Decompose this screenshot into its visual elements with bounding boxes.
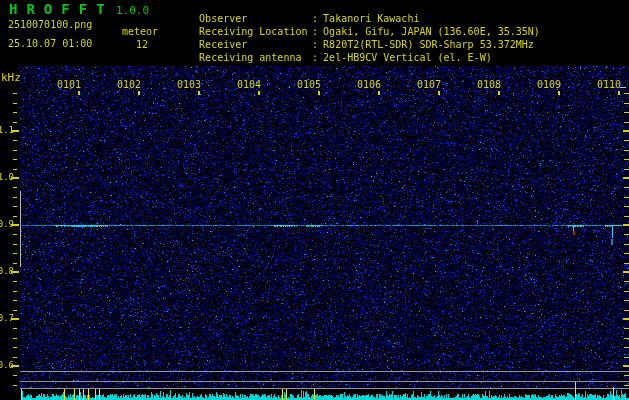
timestamp-label: 25.10.07 01:00 bbox=[8, 38, 92, 49]
app-version: 1.0.0 bbox=[116, 4, 149, 17]
freq-tick-label: 0.8 bbox=[0, 266, 14, 276]
app-title: HROFFT bbox=[9, 1, 114, 17]
freq-tick-label: 1.0 bbox=[0, 172, 14, 182]
info-value: 2el-HB9CV Vertical (el. E-W) bbox=[323, 52, 492, 63]
mode-label: meteor bbox=[122, 26, 158, 37]
time-tick-label: 0102 bbox=[114, 79, 144, 90]
freq-tick-label: 0.6 bbox=[0, 360, 14, 370]
hrofft-screenshot: HROFFT 1.0.0 2510070100.png meteor 25.10… bbox=[0, 0, 629, 400]
freq-axis-unit: kHz bbox=[1, 71, 21, 84]
time-tick-label: 0107 bbox=[414, 79, 444, 90]
time-tick-label: 0109 bbox=[534, 79, 564, 90]
echo-count: 12 bbox=[136, 39, 148, 50]
time-tick-label: 0105 bbox=[294, 79, 324, 90]
time-tick-label: 0103 bbox=[174, 79, 204, 90]
freq-tick-label: 0.7 bbox=[0, 313, 14, 323]
time-tick-label: 0101 bbox=[54, 79, 84, 90]
time-tick-label: 0108 bbox=[474, 79, 504, 90]
freq-tick-label: 1.1 bbox=[0, 125, 14, 135]
output-filename: 2510070100.png bbox=[8, 19, 92, 30]
freq-tick-label: 0.9 bbox=[0, 219, 14, 229]
info-label: Receiving antenna bbox=[199, 52, 312, 63]
info-row-antenna: Receiving antenna:2el-HB9CV Vertical (el… bbox=[175, 41, 492, 74]
info-colon: : bbox=[312, 52, 323, 63]
time-tick-label: 0106 bbox=[354, 79, 384, 90]
time-tick-label: 0110 bbox=[594, 79, 624, 90]
time-tick-label: 0104 bbox=[234, 79, 264, 90]
